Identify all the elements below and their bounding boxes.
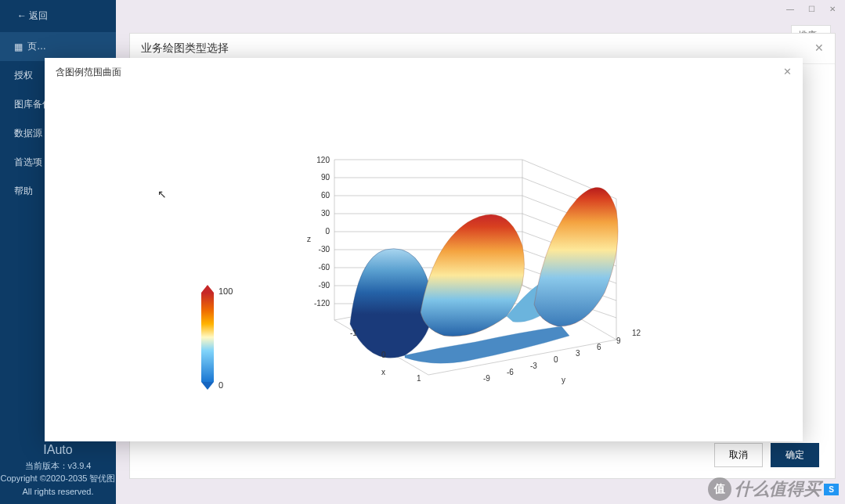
legend-colorbar	[201, 293, 214, 382]
version-text: 当前版本：v3.9.4	[0, 459, 116, 473]
y-tick: 3	[576, 349, 580, 358]
brand-name: IAuto	[0, 441, 116, 459]
y-axis-label: y	[562, 376, 565, 384]
window-close[interactable]: ✕	[829, 5, 836, 13]
chart-area: 100 0	[45, 89, 803, 441]
surface-plot-3d[interactable]: 120 90 60 30 0 -30 -60 -90 -120 z -1 0 1…	[280, 156, 655, 406]
legend-min-arrow-icon	[201, 382, 214, 390]
z-axis-label: z	[307, 235, 311, 243]
cancel-button[interactable]: 取消	[714, 443, 763, 467]
window-max[interactable]: ☐	[808, 5, 815, 13]
y-tick: 0	[554, 355, 558, 364]
x-tick: -1	[350, 329, 357, 337]
z-tick: -120	[314, 299, 330, 308]
z-tick: 0	[325, 227, 330, 236]
window-min[interactable]: —	[786, 5, 794, 13]
rights-text: All rights reserved.	[0, 485, 116, 499]
color-legend: 100 0	[201, 285, 233, 390]
z-tick: 90	[321, 173, 330, 182]
watermark-box: S	[824, 484, 839, 495]
z-tick: -60	[319, 263, 330, 272]
close-icon[interactable]: ✕	[814, 41, 824, 56]
z-tick: -30	[319, 245, 330, 254]
grid-icon: ▦	[14, 41, 23, 52]
back-button[interactable]: ← 返回	[0, 0, 116, 32]
z-tick: 120	[316, 156, 330, 164]
z-tick: -90	[319, 281, 330, 290]
watermark-text: 什么值得买	[735, 477, 821, 501]
legend-max-label: 100	[218, 286, 233, 296]
x-tick: 1	[417, 374, 421, 383]
y-tick: -3	[530, 362, 537, 370]
copyright-text: Copyright ©2020-2035 智优图	[0, 472, 116, 485]
y-tick: 6	[597, 343, 601, 351]
sidebar-label: 页…	[27, 40, 46, 53]
legend-max-arrow-icon	[201, 285, 214, 293]
surface-preview-modal: 含图例范围曲面 ✕ 100 0	[45, 58, 803, 441]
sidebar-footer: IAuto 当前版本：v3.9.4 Copyright ©2020-2035 智…	[0, 441, 116, 499]
ok-button[interactable]: 确定	[771, 443, 819, 467]
modal-title: 含图例范围曲面	[45, 58, 803, 87]
watermark-badge-icon: 值	[708, 477, 731, 501]
dialog-title: 业务绘图类型选择	[141, 41, 229, 56]
y-tick: 12	[632, 329, 641, 337]
y-tick: 9	[616, 337, 621, 345]
y-tick: -6	[507, 368, 514, 376]
z-tick: 60	[321, 191, 330, 200]
modal-close-icon[interactable]: ✕	[783, 66, 792, 77]
legend-min-label: 0	[218, 380, 223, 390]
x-tick: 0	[381, 351, 386, 359]
watermark: 值 什么值得买 S	[708, 477, 839, 501]
y-tick: -9	[483, 374, 490, 383]
sidebar-item-0[interactable]: ▦ 页…	[0, 32, 116, 61]
z-tick: 30	[321, 209, 330, 218]
x-axis-label: x	[381, 368, 385, 376]
